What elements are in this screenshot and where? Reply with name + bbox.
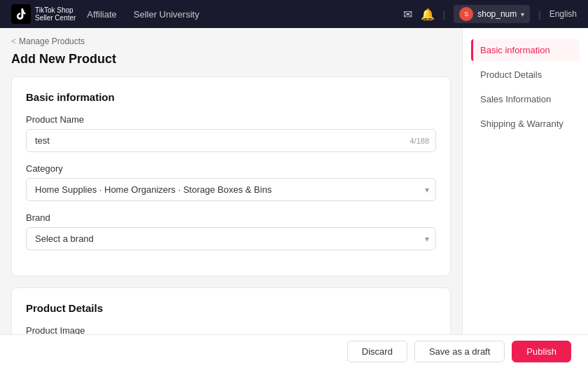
sidebar-item-product-details[interactable]: Product Details xyxy=(471,64,580,86)
brand-select[interactable]: Select a brand xyxy=(26,227,436,250)
sidebar-item-basic-info[interactable]: Basic information xyxy=(471,39,580,61)
save-draft-button[interactable]: Save as a draft xyxy=(414,341,505,362)
product-name-wrapper: 4/188 xyxy=(26,129,436,152)
brand-label: Brand xyxy=(26,212,436,223)
basic-info-title: Basic information xyxy=(26,91,436,103)
category-wrapper: Home Supplies · Home Organizers · Storag… xyxy=(26,178,436,201)
product-name-input[interactable] xyxy=(26,129,436,152)
shop-name: shop_num xyxy=(477,9,517,19)
bottom-bar: Discard Save as a draft Publish xyxy=(0,334,588,368)
message-icon[interactable]: ✉ xyxy=(403,8,412,21)
header-divider2: | xyxy=(538,9,540,20)
page-wrapper: < Manage Products Add New Product Basic … xyxy=(0,28,588,368)
nav-affiliate[interactable]: Affiliate xyxy=(87,9,116,20)
breadcrumb-parent[interactable]: Manage Products xyxy=(19,36,85,46)
discard-button[interactable]: Discard xyxy=(347,341,407,362)
shop-selector[interactable]: S shop_num ▾ xyxy=(454,5,530,23)
tiktok-logo-icon xyxy=(11,4,31,24)
header-nav: Affiliate Seller University xyxy=(87,9,199,20)
breadcrumb: < Manage Products xyxy=(11,36,451,46)
header: TikTok Shop Seller Center Affiliate Sell… xyxy=(0,0,588,28)
main-content: < Manage Products Add New Product Basic … xyxy=(0,28,462,368)
language-selector[interactable]: English xyxy=(550,9,577,19)
chevron-down-icon: ▾ xyxy=(521,11,524,18)
product-details-title: Product Details xyxy=(26,302,436,314)
sidebar: Basic information Product Details Sales … xyxy=(462,28,588,368)
shop-avatar: S xyxy=(459,7,473,21)
sidebar-nav: Basic information Product Details Sales … xyxy=(471,39,580,135)
logo: TikTok Shop Seller Center xyxy=(11,4,76,24)
header-right: ✉ 🔔 | S shop_num ▾ | English xyxy=(403,5,577,23)
brand-wrapper: Select a brand ▾ xyxy=(26,227,436,250)
page-title: Add New Product xyxy=(11,52,451,67)
category-label: Category xyxy=(26,163,436,174)
category-select[interactable]: Home Supplies · Home Organizers · Storag… xyxy=(26,178,436,201)
category-group: Category Home Supplies · Home Organizers… xyxy=(26,163,436,201)
header-divider: | xyxy=(443,9,445,20)
header-left: TikTok Shop Seller Center Affiliate Sell… xyxy=(11,4,200,24)
logo-text: TikTok Shop Seller Center xyxy=(35,6,76,22)
product-name-label: Product Name xyxy=(26,114,436,125)
product-name-group: Product Name 4/188 xyxy=(26,114,436,152)
publish-button[interactable]: Publish xyxy=(512,341,571,362)
sidebar-item-sales-info[interactable]: Sales Information xyxy=(471,88,580,110)
breadcrumb-sep: < xyxy=(11,36,16,46)
bell-icon[interactable]: 🔔 xyxy=(421,8,435,21)
product-name-counter: 4/188 xyxy=(410,137,429,145)
sidebar-item-shipping[interactable]: Shipping & Warranty xyxy=(471,113,580,135)
nav-seller-university[interactable]: Seller University xyxy=(134,9,200,20)
basic-information-card: Basic information Product Name 4/188 Cat… xyxy=(11,76,451,276)
brand-group: Brand Select a brand ▾ xyxy=(26,212,436,250)
